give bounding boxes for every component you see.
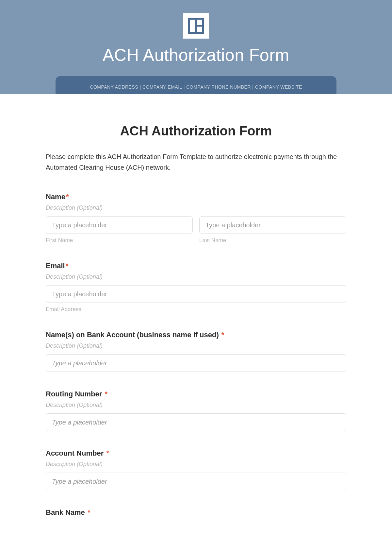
- account-name-label: Name(s) on Bank Account (business name i…: [46, 331, 346, 339]
- field-routing: Routing Number * Description (Optional): [46, 390, 346, 431]
- bank-name-label: Bank Name *: [46, 508, 346, 517]
- banner-title: ACH Authorization Form: [0, 45, 392, 65]
- field-name: Name* Description (Optional) First Name …: [46, 193, 346, 244]
- routing-description[interactable]: Description (Optional): [46, 402, 346, 408]
- field-account-number: Account Number * Description (Optional): [46, 449, 346, 490]
- bank-name-label-text: Bank Name: [46, 508, 85, 516]
- routing-input[interactable]: [46, 413, 346, 431]
- banner: ACH Authorization Form COMPANY ADDRESS |…: [0, 0, 392, 94]
- account-number-description[interactable]: Description (Optional): [46, 461, 346, 468]
- company-info-bar: COMPANY ADDRESS | COMPANY EMAIL | COMPAN…: [56, 76, 336, 94]
- email-description[interactable]: Description (Optional): [46, 273, 346, 280]
- last-name-input[interactable]: [199, 216, 346, 234]
- form-intro: Please complete this ACH Authorization F…: [46, 151, 346, 173]
- form-heading: ACH Authorization Form: [46, 124, 346, 138]
- account-number-label-text: Account Number: [46, 449, 104, 457]
- form-content: ACH Authorization Form Please complete t…: [46, 94, 346, 533]
- routing-label: Routing Number *: [46, 390, 346, 398]
- first-name-input[interactable]: [46, 216, 193, 234]
- email-label-text: Email: [46, 262, 65, 270]
- last-name-sublabel: Last Name: [199, 237, 346, 244]
- email-input[interactable]: [46, 285, 346, 303]
- field-email: Email* Description (Optional) Email Addr…: [46, 262, 346, 313]
- required-mark: *: [105, 390, 107, 398]
- logo-icon: [188, 18, 204, 34]
- field-bank-name: Bank Name *: [46, 508, 346, 517]
- required-mark: *: [221, 331, 224, 339]
- routing-label-text: Routing Number: [46, 390, 102, 398]
- logo: [183, 13, 209, 39]
- required-mark: *: [88, 508, 90, 516]
- email-sublabel: Email Address: [46, 306, 346, 313]
- required-mark: *: [66, 193, 69, 201]
- account-number-label: Account Number *: [46, 449, 346, 458]
- first-name-sublabel: First Name: [46, 237, 193, 244]
- account-name-label-text: Name(s) on Bank Account (business name i…: [46, 331, 219, 339]
- account-name-input[interactable]: [46, 354, 346, 372]
- required-mark: *: [66, 262, 69, 270]
- required-mark: *: [106, 449, 109, 457]
- email-label: Email*: [46, 262, 346, 270]
- account-number-input[interactable]: [46, 473, 346, 490]
- field-account-name: Name(s) on Bank Account (business name i…: [46, 331, 346, 372]
- name-label-text: Name: [46, 193, 65, 201]
- name-label: Name*: [46, 193, 346, 201]
- name-description[interactable]: Description (Optional): [46, 204, 346, 211]
- account-name-description[interactable]: Description (Optional): [46, 342, 346, 349]
